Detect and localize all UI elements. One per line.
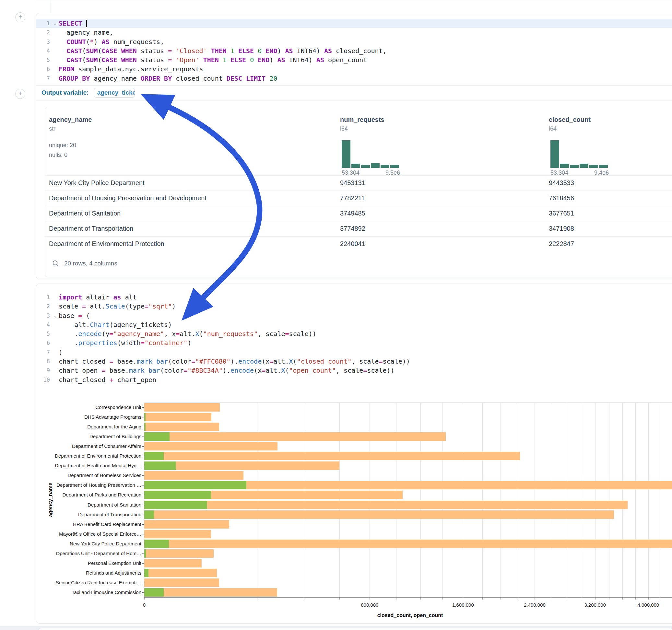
table-row[interactable]: Department of Sanitation37494853677651 <box>45 206 672 221</box>
line-number-gutter: 1 <box>36 293 58 302</box>
code-text: alt.Chart(agency_tickets) <box>59 320 172 329</box>
code-line[interactable]: 6FROM sample_data.nyc.service_requests <box>36 65 672 74</box>
line-number-gutter: 1⌄ <box>36 19 58 28</box>
fold-caret-icon[interactable]: ⌄ <box>54 19 56 28</box>
table-cell: Department of Sanitation <box>49 206 121 221</box>
code-line[interactable]: 4 alt.Chart(agency_tickets) <box>36 320 672 329</box>
table-row[interactable]: New York City Police Department945313194… <box>45 175 672 191</box>
code-text: GROUP BY agency_name ORDER BY closed_cou… <box>59 74 277 83</box>
bar-closed_count[interactable] <box>144 432 446 441</box>
output-variable-input[interactable]: agency_tickets <box>94 88 135 98</box>
bar-closed_count[interactable] <box>144 520 229 529</box>
bar-open_count[interactable] <box>144 422 146 431</box>
bar-closed_count[interactable] <box>144 549 214 558</box>
table-row[interactable]: Department of Environmental Protection22… <box>45 236 672 251</box>
code-line[interactable]: 2 agency_name, <box>36 28 672 37</box>
add-cell-button-mid[interactable]: + <box>15 89 25 99</box>
bar-closed_count[interactable] <box>144 588 277 597</box>
text-cursor <box>86 20 87 27</box>
column-name[interactable]: agency_name <box>49 116 92 123</box>
line-number-gutter: 3⌄ <box>36 311 58 320</box>
table-cell: 3749485 <box>340 206 365 221</box>
bar-open_count[interactable] <box>144 432 170 441</box>
bar-closed_count[interactable] <box>144 403 220 412</box>
bar-closed_count[interactable] <box>144 569 217 577</box>
code-line[interactable]: 8chart_closed = base.mark_bar(color="#FF… <box>36 357 672 366</box>
code-text: base = ( <box>59 311 90 320</box>
code-line[interactable]: 1import altair as alt <box>36 293 672 302</box>
table-body: New York City Police Department945313194… <box>45 175 672 251</box>
table-cell: 9453131 <box>340 176 365 190</box>
bar-open_count[interactable] <box>144 549 146 558</box>
column-stat: nulls: 0 <box>49 152 67 159</box>
bar-open_count[interactable] <box>144 569 148 577</box>
code-text: ) <box>59 348 63 357</box>
code-text: COUNT(*) AS num_requests, <box>59 37 164 46</box>
bar-open_count[interactable] <box>144 588 164 597</box>
bar-open_count[interactable] <box>144 539 169 548</box>
column-name[interactable]: num_requests <box>340 116 384 123</box>
bar-closed_count[interactable] <box>144 579 219 587</box>
histogram-bar <box>560 164 569 168</box>
bar-closed_count[interactable] <box>144 471 243 480</box>
code-text: CAST(SUM(CASE WHEN status = 'Closed' THE… <box>59 46 387 55</box>
line-number-gutter: 7 <box>36 74 58 83</box>
histogram-bar <box>589 165 598 168</box>
line-number-gutter: 3 <box>36 37 58 46</box>
table-row[interactable]: Department of Housing Preservation and D… <box>45 191 672 206</box>
table-row[interactable]: Department of Transportation377489234719… <box>45 221 672 236</box>
bar-closed_count[interactable] <box>144 510 614 519</box>
code-line[interactable]: 5 CAST(SUM(CASE WHEN status = 'Open' THE… <box>36 55 672 65</box>
code-line[interactable]: 7GROUP BY agency_name ORDER BY closed_co… <box>36 74 672 83</box>
table-cell: 9443533 <box>549 176 574 190</box>
histogram-bar <box>599 165 608 168</box>
bar-open_count[interactable] <box>144 481 246 489</box>
bar-closed_count[interactable] <box>144 422 219 431</box>
bar-open_count[interactable] <box>144 501 207 509</box>
bar-closed_count[interactable] <box>144 413 211 421</box>
bar-open_count[interactable] <box>144 452 164 460</box>
sql-editor[interactable]: 1⌄SELECT 2 agency_name,3 COUNT(*) AS num… <box>36 19 672 83</box>
bar-closed_count[interactable] <box>144 539 672 548</box>
column-name[interactable]: closed_count <box>549 116 591 123</box>
code-line[interactable]: 6 .properties(width="container") <box>36 338 672 347</box>
code-line[interactable]: 9chart_open = base.mark_bar(color="#8BC3… <box>36 366 672 375</box>
histogram-bar <box>570 165 579 168</box>
code-text: FROM sample_data.nyc.service_requests <box>59 65 203 74</box>
histogram-bar <box>390 165 399 168</box>
bar-closed_count[interactable] <box>144 452 520 460</box>
bar-closed_count[interactable] <box>144 530 211 538</box>
column-type: i64 <box>340 125 348 132</box>
line-number-gutter: 6 <box>36 338 58 347</box>
bar-closed_count[interactable] <box>144 442 278 451</box>
code-line[interactable]: 10chart_closed + chart_open <box>36 375 672 384</box>
search-icon[interactable] <box>52 260 59 267</box>
bar-closed_count[interactable] <box>144 501 628 509</box>
table-cell: 3774892 <box>340 221 365 236</box>
bar-open_count[interactable] <box>144 510 154 519</box>
histogram-bar <box>580 164 589 168</box>
code-text: chart_closed = base.mark_bar(color="#FFC… <box>59 357 410 366</box>
histogram-bar <box>352 164 360 168</box>
code-line[interactable]: 3⌄base = ( <box>36 311 672 320</box>
line-number-gutter: 7 <box>36 348 58 357</box>
table-cell: 7782211 <box>340 191 365 205</box>
table-cell: 2222847 <box>549 237 574 251</box>
bar-open_count[interactable] <box>144 491 211 499</box>
code-text: SELECT <box>59 19 87 28</box>
code-line[interactable]: 2scale = alt.Scale(type="sqrt") <box>36 302 672 311</box>
line-number-gutter: 4 <box>36 46 58 55</box>
line-number-gutter: 10 <box>36 375 58 384</box>
bar-closed_count[interactable] <box>144 559 201 567</box>
bar-open_count[interactable] <box>144 461 176 470</box>
python-editor[interactable]: 1import altair as alt2scale = alt.Scale(… <box>36 293 672 384</box>
code-line[interactable]: 1⌄SELECT <box>36 19 672 28</box>
bar-open_count[interactable] <box>144 413 146 421</box>
code-line[interactable]: 7) <box>36 348 672 357</box>
fold-caret-icon[interactable]: ⌄ <box>54 311 56 320</box>
code-line[interactable]: 3 COUNT(*) AS num_requests, <box>36 37 672 46</box>
row-count-label: 20 rows, 4 columns <box>64 256 117 271</box>
code-line[interactable]: 4 CAST(SUM(CASE WHEN status = 'Closed' T… <box>36 46 672 55</box>
code-line[interactable]: 5 .encode(y="agency_name", x=alt.X("num_… <box>36 329 672 338</box>
add-cell-button-top[interactable]: + <box>15 12 25 22</box>
